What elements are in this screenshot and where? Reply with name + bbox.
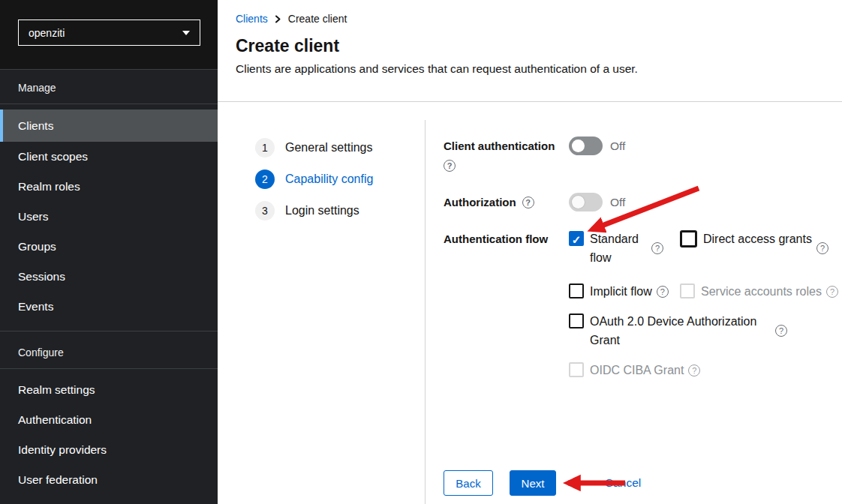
realm-selector-band: openziti	[0, 0, 218, 70]
step-label: General settings	[285, 141, 373, 154]
oauth-device-grant-option: OAuth 2.0 Device Authorization Grant ?	[569, 312, 787, 350]
sidebar-item-clients[interactable]: Clients	[0, 110, 218, 142]
client-authentication-label-group: Client authentication ?	[444, 136, 569, 172]
authentication-flow-options: ✓ Standard flow ? Direct access grants ?	[569, 230, 838, 380]
wizard-steps: 1 General settings 2 Capability config 3…	[218, 102, 425, 504]
step-number-badge: 3	[255, 201, 275, 220]
checkbox-grid-row: OAuth 2.0 Device Authorization Grant ?	[569, 312, 838, 350]
sidebar-item-realm-settings[interactable]: Realm settings	[0, 375, 218, 405]
oauth-device-grant-checkbox[interactable]	[569, 314, 584, 328]
standard-flow-label[interactable]: Standard flow	[590, 230, 642, 267]
wizard-step-general-settings[interactable]: 1 General settings	[255, 138, 425, 158]
step-label: Capability config	[285, 172, 373, 186]
direct-access-grants-label[interactable]: Direct access grants	[703, 230, 812, 248]
sidebar-item-realm-roles[interactable]: Realm roles	[0, 172, 218, 202]
toggle-knob	[572, 140, 585, 152]
help-icon[interactable]: ?	[775, 325, 787, 337]
page-header: Clients Create client Create client Clie…	[218, 0, 842, 102]
client-authentication-control: Off	[569, 136, 625, 155]
page-title: Create client	[236, 36, 824, 56]
direct-access-grants-option: Direct access grants ?	[680, 230, 828, 267]
breadcrumb-separator-icon	[275, 15, 281, 23]
wizard-step-login-settings[interactable]: 3 Login settings	[255, 201, 425, 220]
help-icon[interactable]: ?	[444, 160, 456, 172]
client-authentication-state: Off	[610, 140, 625, 153]
caret-down-icon	[182, 31, 190, 35]
service-accounts-roles-checkbox	[680, 284, 695, 298]
breadcrumb-link-clients[interactable]: Clients	[236, 13, 268, 25]
realm-selector-value: openziti	[29, 27, 65, 39]
authentication-flow-row: Authentication flow ✓ Standard flow ? Di…	[444, 230, 842, 380]
service-accounts-roles-label: Service accounts roles	[701, 282, 822, 301]
capability-config-form: Client authentication ? Off Authorizatio…	[426, 102, 842, 504]
authorization-label: Authorization	[444, 195, 516, 209]
nav-list-configure: Realm settings Authentication Identity p…	[0, 369, 218, 495]
sidebar-item-authentication[interactable]: Authentication	[0, 405, 218, 435]
help-icon[interactable]: ?	[826, 286, 838, 298]
client-authentication-row: Client authentication ? Off	[444, 136, 842, 172]
checkmark-icon: ✓	[570, 232, 582, 244]
implicit-flow-checkbox[interactable]	[569, 284, 584, 298]
wizard-body: 1 General settings 2 Capability config 3…	[218, 102, 842, 504]
nav-group-title-manage: Manage	[0, 70, 218, 104]
oauth-device-grant-label[interactable]: OAuth 2.0 Device Authorization Grant	[590, 312, 766, 350]
standard-flow-option: ✓ Standard flow ?	[569, 230, 680, 267]
sidebar-item-identity-providers[interactable]: Identity providers	[0, 435, 218, 465]
service-accounts-roles-option: Service accounts roles ?	[680, 282, 838, 301]
checkbox-grid-row: ✓ Standard flow ? Direct access grants ?	[569, 230, 838, 267]
step-number-badge: 1	[255, 138, 275, 158]
oidc-ciba-grant-label: OIDC CIBA Grant	[590, 361, 684, 380]
sidebar-divider	[0, 322, 218, 332]
standard-flow-checkbox[interactable]: ✓	[569, 231, 584, 246]
cancel-link[interactable]: Cancel	[605, 476, 641, 490]
keycloak-admin-console: openziti Manage Clients Client scopes Re…	[0, 0, 842, 504]
implicit-flow-option: Implicit flow ?	[569, 282, 680, 301]
authorization-row: Authorization ? Off	[444, 193, 842, 212]
help-icon[interactable]: ?	[522, 196, 534, 208]
client-authentication-toggle[interactable]	[569, 136, 603, 155]
breadcrumb: Clients Create client	[236, 13, 824, 25]
step-label: Login settings	[285, 204, 359, 218]
main-content: Clients Create client Create client Clie…	[218, 0, 842, 504]
realm-selector[interactable]: openziti	[18, 20, 200, 46]
checkbox-grid-row: Implicit flow ? Service accounts roles ?	[569, 282, 838, 301]
implicit-flow-label[interactable]: Implicit flow	[590, 282, 652, 301]
back-button[interactable]: Back	[444, 470, 493, 496]
wizard-footer: Back Next Cancel	[444, 470, 641, 496]
authorization-state: Off	[610, 196, 625, 209]
help-icon[interactable]: ?	[651, 242, 663, 254]
sidebar-item-users[interactable]: Users	[0, 202, 218, 232]
next-button[interactable]: Next	[510, 470, 556, 496]
help-icon[interactable]: ?	[657, 286, 669, 298]
client-authentication-label: Client authentication	[444, 139, 569, 153]
help-icon[interactable]: ?	[688, 364, 700, 376]
oidc-ciba-grant-option: OIDC CIBA Grant ?	[569, 361, 700, 380]
nav-list-manage: Clients Client scopes Realm roles Users …	[0, 104, 218, 322]
toggle-knob	[572, 196, 585, 208]
help-icon[interactable]: ?	[816, 242, 828, 254]
authorization-label-group: Authorization ?	[444, 193, 569, 209]
sidebar-item-events[interactable]: Events	[0, 292, 218, 322]
nav-group-title-configure: Configure	[0, 332, 218, 369]
sidebar-item-user-federation[interactable]: User federation	[0, 465, 218, 495]
sidebar-item-sessions[interactable]: Sessions	[0, 262, 218, 292]
direct-access-grants-checkbox[interactable]	[680, 230, 697, 248]
step-number-badge: 2	[255, 170, 275, 189]
sidebar-item-groups[interactable]: Groups	[0, 232, 218, 262]
wizard-step-capability-config[interactable]: 2 Capability config	[255, 170, 425, 189]
breadcrumb-current: Create client	[288, 13, 347, 25]
sidebar-item-client-scopes[interactable]: Client scopes	[0, 142, 218, 172]
sidebar: openziti Manage Clients Client scopes Re…	[0, 0, 218, 504]
checkbox-grid-row: OIDC CIBA Grant ?	[569, 361, 838, 380]
authorization-toggle	[569, 193, 603, 212]
authentication-flow-label: Authentication flow	[444, 230, 569, 246]
oidc-ciba-grant-checkbox	[569, 362, 584, 377]
page-subtitle: Clients are applications and services th…	[236, 62, 824, 76]
authorization-control: Off	[569, 193, 625, 212]
